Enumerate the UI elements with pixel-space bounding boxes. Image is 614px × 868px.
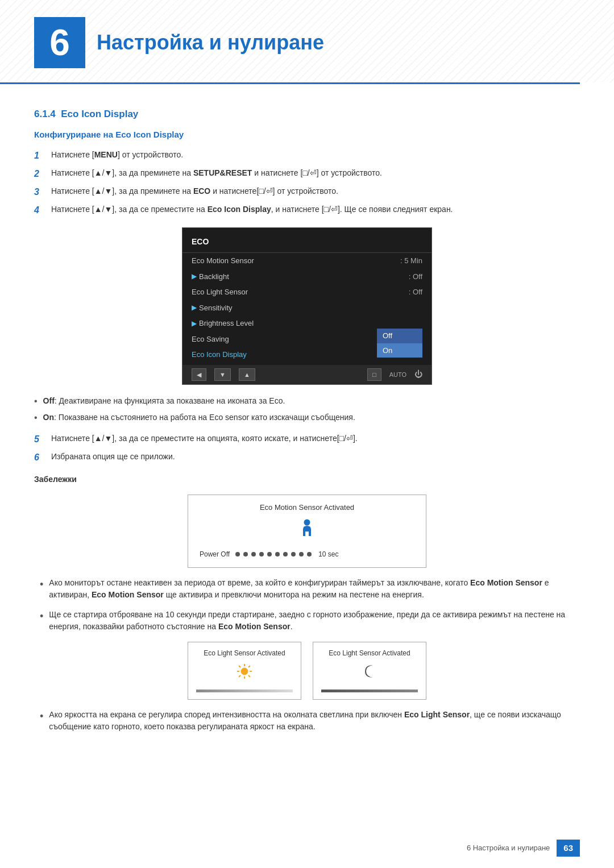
dot-9	[299, 552, 304, 556]
notes-heading: Забележки	[34, 474, 580, 485]
step-6: 6 Избраната опция ще се приложи.	[34, 451, 580, 464]
eco-light-bar-2	[321, 690, 418, 692]
dot-7	[283, 552, 288, 556]
chapter-number: 6	[34, 17, 85, 68]
page-header: 6 Настройка и нулиране	[0, 0, 614, 82]
dropdown-option-off: Off	[377, 329, 422, 343]
eco-motion-icon	[200, 518, 414, 545]
eco-menu-row-backlight: ▶ Backlight : Off	[182, 269, 432, 285]
eco-motion-box-container: Eco Motion Sensor Activated Power Off	[34, 495, 580, 568]
eco-menu-bottom-bar: ◀ ▼ ▲ □ AUTO ⏻	[182, 365, 432, 385]
eco-menu-row-motion: Eco Motion Sensor : 5 Min	[182, 253, 432, 269]
eco-light-bar-1	[196, 690, 293, 692]
dot-4	[259, 552, 264, 556]
dot-8	[291, 552, 296, 556]
dot-2	[243, 552, 248, 556]
power-off-label: Power Off	[200, 549, 230, 559]
nav-btn-up: ▲	[239, 368, 255, 381]
eco-light-box-1-title: Eco Light Sensor Activated	[196, 648, 293, 658]
footer-page-number: 63	[557, 840, 580, 857]
dot-5	[267, 552, 272, 556]
eco-menu-title: ECO	[182, 234, 432, 253]
dot-6	[275, 552, 280, 556]
steps-cont: 5 Натиснете [▲/▼], за да се преместите н…	[34, 433, 580, 464]
final-bullet-list: Ако яркостта на екрана се регулира споре…	[40, 709, 580, 733]
final-bullet: Ако яркостта на екрана се регулира споре…	[40, 709, 580, 733]
eco-menu-row-sensitivity: ▶ Sensitivity	[182, 300, 432, 316]
nav-btn-left: ◀	[192, 368, 206, 381]
large-bullet-2: Ще се стартира отброяване на 10 секунди …	[40, 609, 580, 633]
svg-line-6	[239, 666, 240, 667]
eco-light-box-2-title: Eco Light Sensor Activated	[321, 648, 418, 658]
step-2: 2 Натиснете [▲/▼], за да преминете на SE…	[34, 167, 580, 181]
dot-10	[307, 552, 312, 556]
step-5: 5 Натиснете [▲/▼], за да се преместите н…	[34, 433, 580, 446]
nav-btn-enter: □	[367, 368, 381, 381]
large-bullet-list: Ако мониторът остане неактивен за период…	[40, 577, 580, 633]
dot-1	[235, 552, 240, 556]
eco-light-box-sun: Eco Light Sensor Activated	[188, 642, 301, 700]
nav-btn-down: ▼	[214, 368, 231, 381]
eco-menu-row-light: Eco Light Sensor : Off	[182, 284, 432, 300]
dot-3	[251, 552, 256, 556]
footer-text: 6 Настройка и нулиране	[467, 842, 550, 854]
svg-point-1	[241, 668, 248, 675]
eco-menu: ECO Eco Motion Sensor : 5 Min ▶ Backligh…	[182, 227, 432, 385]
power-off-row: Power Off 10 sec	[200, 549, 414, 559]
step-3: 3 Натиснете [▲/▼], за да преминете на EC…	[34, 185, 580, 199]
eco-light-box-moon: Eco Light Sensor Activated	[313, 642, 426, 700]
option-bullets: Off: Деактивиране на функцията за показв…	[34, 395, 580, 425]
eco-motion-box-title: Eco Motion Sensor Activated	[200, 502, 414, 513]
chapter-title: Настройка и нулиране	[97, 27, 324, 58]
config-heading: Конфигуриране на Eco Icon Display	[34, 128, 580, 142]
option-off-bullet: Off: Деактивиране на функцията за показв…	[34, 395, 580, 408]
eco-light-container: Eco Light Sensor Activated Eco L	[34, 642, 580, 700]
large-bullet-1: Ако мониторът остане неактивен за период…	[40, 577, 580, 601]
time-label: 10 sec	[318, 549, 338, 559]
eco-dropdown: Off On	[377, 329, 422, 358]
main-content: 6.1.4 Eco Icon Display Конфигуриране на …	[0, 84, 614, 776]
sun-icon	[196, 663, 293, 685]
svg-point-0	[304, 519, 310, 525]
section-heading: 6.1.4 Eco Icon Display	[34, 107, 580, 122]
step-1: 1 Натиснете [MENU] от устройството.	[34, 149, 580, 163]
svg-line-7	[248, 675, 250, 677]
option-on-bullet: On: Показване на състоянието на работа н…	[34, 412, 580, 425]
steps-list: 1 Натиснете [MENU] от устройството. 2 На…	[34, 149, 580, 217]
page-footer: 6 Настройка и нулиране 63	[467, 840, 580, 857]
moon-icon	[321, 663, 418, 685]
svg-line-9	[239, 675, 240, 677]
svg-line-8	[248, 666, 250, 667]
eco-motion-box: Eco Motion Sensor Activated Power Off	[188, 495, 426, 568]
step-4: 4 Натиснете [▲/▼], за да се преместите н…	[34, 203, 580, 217]
dropdown-option-on: On	[377, 343, 422, 358]
eco-menu-screenshot: ECO Eco Motion Sensor : 5 Min ▶ Backligh…	[34, 227, 580, 385]
